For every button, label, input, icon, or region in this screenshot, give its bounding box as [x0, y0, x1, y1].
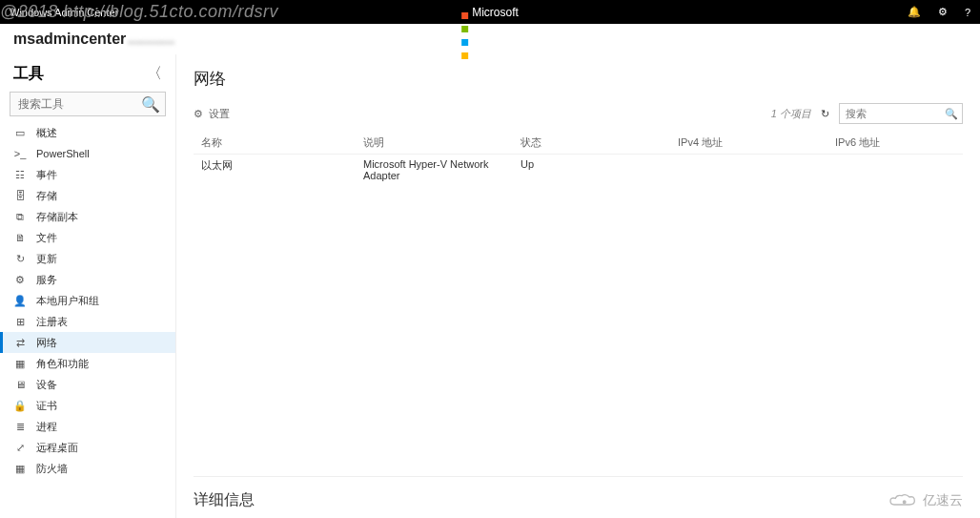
details-section-title: 详细信息 — [194, 476, 963, 518]
gear-icon: ⚙ — [194, 108, 203, 120]
svg-point-0 — [903, 501, 906, 504]
toolbar: ⚙ 设置 1 个项目 ↻ 🔍 — [194, 103, 963, 124]
sidebar-item-label: 更新 — [36, 252, 57, 266]
table-row[interactable]: 以太网 Microsoft Hyper-V Network Adapter Up — [194, 154, 963, 185]
users-icon: 👤 — [13, 295, 27, 307]
search-icon[interactable]: 🔍 — [945, 108, 958, 120]
main-content: 网络 ⚙ 设置 1 个项目 ↻ 🔍 名称 说明 状态 IPv4 地址 IPv — [176, 54, 980, 518]
settings-button[interactable]: 设置 — [209, 107, 230, 121]
col-ipv4[interactable]: IPv4 地址 — [678, 135, 835, 150]
sidebar-item-registry[interactable]: ⊞注册表 — [0, 311, 175, 332]
sidebar-title: 工具 — [13, 64, 44, 84]
sidebar-search: 🔍 — [10, 92, 166, 116]
overview-icon: ▭ — [13, 127, 27, 139]
help-icon[interactable]: ? — [965, 7, 970, 18]
sidebar-item-users-groups[interactable]: 👤本地用户和组 — [0, 290, 175, 311]
files-icon: 🗎 — [13, 232, 27, 243]
main-search: 🔍 — [839, 103, 963, 124]
refresh-icon[interactable]: ↻ — [821, 108, 829, 120]
sidebar-item-files[interactable]: 🗎文件 — [0, 227, 175, 248]
watermark-top: @2018 http://blog.51cto.com/rdsrv — [0, 2, 278, 22]
storage-icon: 🗄 — [13, 190, 27, 201]
sidebar-item-storage[interactable]: 🗄存储 — [0, 185, 175, 206]
sidebar-item-label: 本地用户和组 — [36, 294, 99, 308]
sidebar: 工具 〈 🔍 ▭概述 >_PowerShell ☷事件 🗄存储 ⧉存储副本 🗎文… — [0, 54, 176, 518]
firewall-icon: ▦ — [13, 463, 27, 475]
sidebar-item-services[interactable]: ⚙服务 — [0, 269, 175, 290]
sidebar-item-storage-replica[interactable]: ⧉存储副本 — [0, 206, 175, 227]
col-ipv6[interactable]: IPv6 地址 — [835, 135, 955, 150]
devices-icon: 🖥 — [13, 379, 27, 390]
collapse-icon[interactable]: 〈 — [147, 64, 162, 84]
settings-icon[interactable]: ⚙ — [938, 6, 948, 18]
certificates-icon: 🔒 — [13, 400, 27, 412]
notification-icon[interactable]: 🔔 — [908, 6, 921, 18]
services-icon: ⚙ — [13, 274, 27, 286]
registry-icon: ⊞ — [13, 316, 27, 328]
sidebar-item-overview[interactable]: ▭概述 — [0, 122, 175, 143]
page-title: 网络 — [194, 68, 963, 90]
remote-desktop-icon: ⤢ — [13, 442, 27, 454]
sidebar-item-label: 概述 — [36, 126, 57, 140]
hostname-suffix-blurred: ........... — [128, 31, 174, 48]
sidebar-item-network[interactable]: ⇄网络 — [0, 332, 175, 353]
sidebar-item-powershell[interactable]: >_PowerShell — [0, 143, 175, 164]
sidebar-item-label: 证书 — [36, 399, 57, 413]
network-icon: ⇄ — [13, 337, 27, 349]
cell-ipv4-blurred — [678, 158, 835, 181]
table-header: 名称 说明 状态 IPv4 地址 IPv6 地址 — [194, 132, 963, 154]
hostname: msadmincenter — [13, 31, 126, 48]
sidebar-item-label: 角色和功能 — [36, 357, 89, 371]
col-status[interactable]: 状态 — [521, 135, 678, 150]
watermark-bottom: 亿速云 — [887, 491, 963, 510]
sidebar-item-label: 远程桌面 — [36, 441, 78, 455]
sidebar-item-roles-features[interactable]: ▦角色和功能 — [0, 353, 175, 374]
powershell-icon: >_ — [13, 148, 27, 159]
sidebar-item-updates[interactable]: ↻更新 — [0, 248, 175, 269]
sidebar-item-label: 存储副本 — [36, 210, 78, 224]
events-icon: ☷ — [13, 169, 27, 181]
sidebar-item-label: 设备 — [36, 378, 57, 392]
brand: Microsoft — [461, 6, 519, 19]
item-count: 1 个项目 — [771, 107, 811, 121]
sidebar-item-devices[interactable]: 🖥设备 — [0, 374, 175, 395]
search-icon[interactable]: 🔍 — [141, 95, 160, 114]
cell-desc: Microsoft Hyper-V Network Adapter — [363, 158, 521, 181]
sidebar-item-remote-desktop[interactable]: ⤢远程桌面 — [0, 437, 175, 458]
page-header: msadmincenter ........... — [0, 24, 980, 54]
col-desc[interactable]: 说明 — [363, 135, 521, 150]
network-table: 名称 说明 状态 IPv4 地址 IPv6 地址 以太网 Microsoft H… — [194, 132, 963, 185]
storage-replica-icon: ⧉ — [13, 211, 27, 223]
sidebar-item-processes[interactable]: ≣进程 — [0, 416, 175, 437]
updates-icon: ↻ — [13, 253, 27, 265]
sidebar-menu: ▭概述 >_PowerShell ☷事件 🗄存储 ⧉存储副本 🗎文件 ↻更新 ⚙… — [0, 122, 175, 479]
sidebar-item-label: 网络 — [36, 336, 57, 350]
sidebar-item-firewall[interactable]: ▦防火墙 — [0, 458, 175, 479]
sidebar-item-events[interactable]: ☷事件 — [0, 164, 175, 185]
sidebar-item-label: 存储 — [36, 189, 57, 203]
sidebar-item-label: 文件 — [36, 231, 57, 245]
roles-icon: ▦ — [13, 358, 27, 370]
col-name[interactable]: 名称 — [201, 135, 363, 150]
cell-ipv6 — [835, 158, 955, 181]
sidebar-item-certificates[interactable]: 🔒证书 — [0, 395, 175, 416]
sidebar-item-label: 服务 — [36, 273, 57, 287]
sidebar-item-label: 注册表 — [36, 315, 68, 329]
sidebar-item-label: 事件 — [36, 168, 57, 182]
processes-icon: ≣ — [13, 421, 27, 433]
cell-status: Up — [521, 158, 678, 181]
sidebar-item-label: 防火墙 — [36, 462, 68, 476]
sidebar-item-label: 进程 — [36, 420, 57, 434]
sidebar-item-label: PowerShell — [36, 148, 90, 159]
microsoft-logo-icon — [461, 9, 468, 15]
cell-name: 以太网 — [201, 158, 363, 181]
